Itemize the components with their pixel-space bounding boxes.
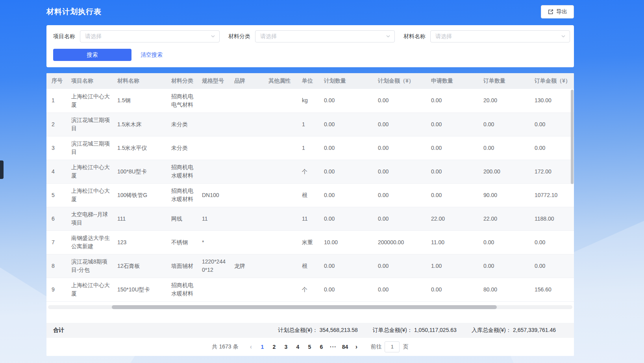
- table-cell: [265, 112, 298, 136]
- table-cell: 根: [298, 254, 320, 278]
- column-header: 计划金额（¥）: [374, 73, 427, 89]
- more-pages-icon[interactable]: ···: [327, 344, 339, 350]
- summary-item: 计划总金额(¥)：354,568,213.58: [278, 327, 357, 334]
- filter-actions: 搜索 清空搜索: [53, 49, 567, 61]
- table-cell: 龙牌: [230, 254, 265, 278]
- table-cell: 111: [113, 207, 167, 230]
- page-number-4[interactable]: 4: [292, 344, 303, 350]
- page-number-3[interactable]: 3: [280, 344, 292, 350]
- table-row[interactable]: 2滨江花城三期项目1.5米木床未分类10.000.000.000.000.00: [46, 112, 574, 136]
- table-cell: 0.00: [531, 136, 574, 160]
- prev-page-button[interactable]: ‹: [245, 343, 256, 350]
- table-row[interactable]: 5上海松江中心大厦100铸铁管G招商机电水暖材料DN100根0.000.000.…: [46, 183, 574, 207]
- table-cell: 0.00: [320, 112, 374, 136]
- table-cell: [265, 160, 298, 183]
- table-cell: kg: [298, 89, 320, 112]
- table-cell: 10.00: [320, 230, 374, 254]
- table-row[interactable]: 7南钢盛达大学生公寓新建123不锈钢*米重10.00200000.0011.00…: [46, 230, 574, 254]
- table-cell: [230, 136, 265, 160]
- goto-page-input[interactable]: [385, 341, 400, 352]
- column-header: 项目名称: [67, 73, 113, 89]
- table-cell: 0.00: [320, 89, 374, 112]
- table-cell: 招商机电电气材料: [167, 89, 198, 112]
- table-cell: 0.00: [479, 254, 531, 278]
- drawer-handle[interactable]: [0, 160, 4, 179]
- select-placeholder: 请选择: [260, 33, 277, 40]
- export-button[interactable]: 导出: [541, 5, 574, 18]
- pagination-total-count: 共 1673 条: [212, 343, 239, 350]
- table-cell: 9: [46, 278, 67, 301]
- table-cell: 0.00: [320, 160, 374, 183]
- table-cell: 22.00: [427, 207, 479, 230]
- table-cell: 0.00: [427, 183, 479, 207]
- table-cell: 1.5米木床: [113, 112, 167, 136]
- table-cell: 0.00: [320, 183, 374, 207]
- table-cell: 0.00: [531, 254, 574, 278]
- table-cell: 0.00: [531, 112, 574, 136]
- page-number-1[interactable]: 1: [256, 344, 268, 350]
- table-cell: 0.00: [427, 112, 479, 136]
- clear-search-link[interactable]: 清空搜索: [141, 52, 163, 59]
- table-row[interactable]: 9上海松江中心大厦150*10U型卡招商机电水暖材料个0.000.000.008…: [46, 278, 574, 301]
- table-row[interactable]: 4上海松江中心大厦100*8U型卡招商机电水暖材料个0.000.000.0020…: [46, 160, 574, 183]
- table-cell: 80.00: [479, 278, 531, 301]
- table-cell: [198, 136, 230, 160]
- filter-label: 材料名称: [403, 33, 426, 40]
- table-cell: 8: [46, 254, 67, 278]
- table-cell: 150*10U型卡: [113, 278, 167, 301]
- table-cell: [230, 207, 265, 230]
- export-icon: [548, 9, 553, 15]
- table-row[interactable]: 8滨江花城8期项目-分包12石膏板墙面辅材1220*2440*12龙牌根0.00…: [46, 254, 574, 278]
- column-header: 订单数量: [479, 73, 531, 89]
- page-number-2[interactable]: 2: [268, 344, 280, 350]
- page-number-84[interactable]: 84: [339, 344, 351, 350]
- table-row[interactable]: 3滨江花城三期项目1.5米水平仪未分类10.000.000.000.000.00: [46, 136, 574, 160]
- horizontal-scrollbar-track: [48, 305, 572, 309]
- export-label: 导出: [556, 8, 567, 15]
- table-cell: 123: [113, 230, 167, 254]
- table-cell: 156.60: [531, 278, 574, 301]
- next-page-button[interactable]: ›: [351, 343, 362, 350]
- vertical-scrollbar-thumb[interactable]: [571, 90, 574, 184]
- table-cell: 11.00: [427, 230, 479, 254]
- table-row[interactable]: 1上海松江中心大厦1.5钢招商机电电气材料kg0.000.000.0020.00…: [46, 89, 574, 112]
- table-cell: 滨江花城三期项目: [67, 136, 113, 160]
- select-placeholder: 请选择: [435, 33, 452, 40]
- column-header: 材料分类: [167, 73, 198, 89]
- table-cell: 0.00: [374, 207, 427, 230]
- table-cell: 0.00: [479, 230, 531, 254]
- horizontal-scrollbar-thumb[interactable]: [112, 305, 497, 309]
- table-cell: 2: [46, 112, 67, 136]
- table-cell: 招商机电水暖材料: [167, 183, 198, 207]
- summary-item: 入库总金额(¥)：2,657,339,761.46: [472, 327, 556, 334]
- filter-select[interactable]: 请选择: [80, 30, 220, 42]
- table-cell: 0.00: [320, 136, 374, 160]
- table-cell: [265, 254, 298, 278]
- filter-row: 项目名称请选择材料分类请选择材料名称请选择: [53, 30, 567, 42]
- page-number-6[interactable]: 6: [315, 344, 327, 350]
- chevron-down-icon: [386, 33, 390, 40]
- search-button[interactable]: 搜索: [53, 49, 131, 61]
- table-cell: 22.00: [479, 207, 531, 230]
- table-cell: 个: [298, 160, 320, 183]
- table-cell: [230, 89, 265, 112]
- filter-select[interactable]: 请选择: [430, 30, 570, 42]
- table-cell: 米重: [298, 230, 320, 254]
- column-header: 其他属性: [265, 73, 298, 89]
- table-cell: 200.00: [479, 160, 531, 183]
- table-cell: 1.5钢: [113, 89, 167, 112]
- table-cell: [265, 207, 298, 230]
- table-cell: 招商机电水暖材料: [167, 278, 198, 301]
- table-row[interactable]: 6太空电梯--月球项目111网线11110.000.0022.0022.0011…: [46, 207, 574, 230]
- table-cell: 0.00: [374, 89, 427, 112]
- table-cell: [230, 183, 265, 207]
- table-cell: 滨江花城三期项目: [67, 112, 113, 136]
- table-cell: 5: [46, 183, 67, 207]
- pagination: 共 1673 条 ‹ 123456···84 › 前往 页: [46, 338, 574, 356]
- page-number-5[interactable]: 5: [303, 344, 315, 350]
- column-header: 申请数量: [427, 73, 479, 89]
- table-cell: 上海松江中心大厦: [67, 89, 113, 112]
- filter-select[interactable]: 请选择: [255, 30, 395, 42]
- table-cell: 3: [46, 136, 67, 160]
- table-header-row: 序号项目名称材料名称材料分类规格型号品牌其他属性单位计划数量计划金额（¥）申请数…: [46, 73, 574, 89]
